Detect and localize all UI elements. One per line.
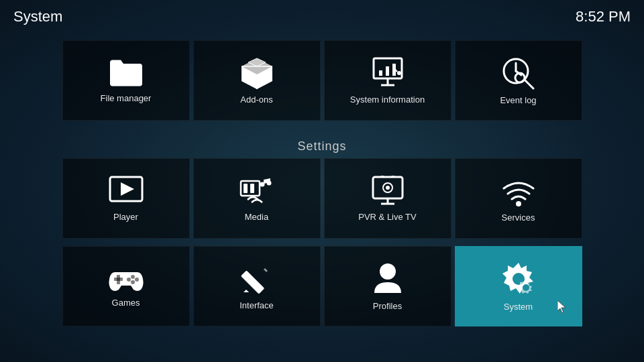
svg-marker-18 <box>121 182 134 196</box>
clock: 8:52 PM <box>576 8 631 25</box>
media-icon <box>239 176 274 206</box>
tile-system-label: System <box>504 302 533 312</box>
tile-games[interactable]: Games <box>62 246 190 326</box>
svg-point-34 <box>131 275 135 279</box>
tile-media[interactable]: Media <box>193 158 321 239</box>
tile-services[interactable]: Services <box>455 158 582 239</box>
svg-rect-21 <box>250 184 254 193</box>
tile-interface-label: Interface <box>239 300 274 310</box>
tile-games-label: Games <box>112 298 140 308</box>
svg-rect-20 <box>244 184 248 193</box>
svg-rect-5 <box>379 70 382 76</box>
tile-add-ons[interactable]: Add-ons <box>193 40 321 121</box>
box-icon <box>240 57 274 89</box>
tile-file-manager[interactable]: File manager <box>62 40 190 121</box>
svg-marker-40 <box>264 268 268 272</box>
tile-player-label: Player <box>113 212 138 222</box>
svg-point-30 <box>386 186 390 190</box>
tile-event-log-label: Event log <box>500 95 536 105</box>
tile-player[interactable]: Player <box>62 158 190 239</box>
svg-point-22 <box>260 182 264 186</box>
gamepad-icon <box>108 265 144 292</box>
svg-marker-44 <box>557 300 566 313</box>
gear-icon <box>501 261 536 296</box>
settings-row-2: Games Interface Profiles <box>0 246 644 326</box>
svg-rect-6 <box>386 66 389 76</box>
tv-icon <box>370 176 405 206</box>
svg-point-10 <box>397 71 401 75</box>
wifi-icon <box>501 175 536 207</box>
header: System 8:52 PM <box>0 0 644 34</box>
tile-add-ons-label: Add-ons <box>240 95 272 105</box>
svg-point-23 <box>266 180 271 185</box>
person-icon <box>373 262 402 296</box>
tile-system-information[interactable]: System information <box>324 40 451 121</box>
tile-pvr-live-tv[interactable]: PVR & Live TV <box>324 158 451 239</box>
svg-point-31 <box>516 201 521 206</box>
svg-marker-39 <box>244 290 249 292</box>
presentation-icon <box>371 57 405 89</box>
pencil-icon <box>241 263 273 295</box>
svg-point-35 <box>135 278 139 282</box>
tile-services-label: Services <box>502 213 535 223</box>
settings-row-1: Player Media <box>0 158 644 239</box>
svg-point-37 <box>127 278 131 282</box>
tile-media-label: Media <box>245 212 268 222</box>
clock-search-icon <box>501 56 536 90</box>
mouse-cursor <box>557 300 567 314</box>
settings-label: Settings <box>0 139 644 154</box>
svg-point-36 <box>131 280 135 284</box>
play-icon <box>109 176 144 206</box>
svg-rect-38 <box>241 270 264 294</box>
tile-event-log[interactable]: Event log <box>455 40 582 121</box>
tile-pvr-live-tv-label: PVR & Live TV <box>358 212 416 222</box>
svg-point-41 <box>380 263 396 280</box>
svg-line-15 <box>525 80 533 88</box>
app-title: System <box>13 8 62 25</box>
tile-file-manager-label: File manager <box>101 93 152 103</box>
tile-interface[interactable]: Interface <box>193 246 321 326</box>
tile-profiles[interactable]: Profiles <box>324 246 451 326</box>
svg-rect-33 <box>114 278 123 281</box>
tile-system[interactable]: System <box>455 246 582 326</box>
top-row: File manager Add-ons <box>0 40 644 121</box>
folder-icon <box>109 58 144 88</box>
tile-system-information-label: System information <box>350 95 425 105</box>
svg-point-43 <box>523 284 529 291</box>
tile-profiles-label: Profiles <box>373 301 402 311</box>
